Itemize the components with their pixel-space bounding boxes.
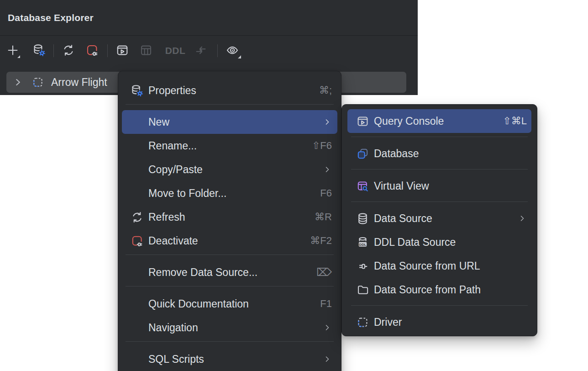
menu-item-shortcut: ⇧⌘L (503, 115, 527, 127)
dropdown-corner-icon (238, 55, 241, 58)
menu-item-label: Navigation (148, 322, 317, 334)
eye-icon (226, 43, 239, 58)
menu-item-shortcut: F1 (320, 298, 332, 310)
submenu-item-data-source[interactable]: Data Source (347, 207, 531, 230)
menu-item-label: Data Source (374, 212, 512, 225)
menu-item-label: Database (374, 148, 527, 160)
menu-item-navigation[interactable]: Navigation (122, 316, 337, 339)
menu-separator (126, 254, 334, 255)
virtual-view-icon (356, 180, 369, 193)
deactivate-icon (85, 43, 99, 58)
query-console-icon (356, 115, 369, 128)
open-table-button[interactable] (136, 41, 156, 60)
submenu-chevron-icon (518, 214, 527, 223)
menu-separator (351, 137, 528, 137)
refresh-icon (130, 211, 144, 224)
menu-item-sql-scripts[interactable]: SQL Scripts (122, 347, 337, 371)
compare-arrows-icon (194, 43, 208, 58)
refresh-button[interactable] (58, 41, 79, 60)
database-icon (356, 147, 369, 160)
data-source-properties-button[interactable] (29, 41, 49, 60)
ddl-label: DDL (165, 45, 186, 56)
driver-icon (356, 316, 369, 329)
table-icon (139, 43, 153, 58)
submenu-chevron-icon (323, 165, 332, 174)
database-settings-icon (130, 84, 144, 97)
ddl-data-source-icon: DDL (356, 236, 369, 249)
menu-item-shortcut: F6 (320, 187, 332, 199)
new-submenu: Query Console ⇧⌘L Database (341, 104, 537, 336)
panel-title: Database Explorer (8, 12, 94, 23)
deactivate-button[interactable] (82, 41, 102, 60)
submenu-item-driver[interactable]: Driver (347, 310, 531, 334)
expand-chevron-icon[interactable] (11, 76, 25, 88)
menu-item-label: Copy/Paste (148, 164, 317, 176)
dropdown-corner-icon (17, 55, 20, 58)
menu-separator (126, 286, 334, 286)
menu-item-label: Query Console (374, 115, 497, 127)
add-button[interactable] (3, 41, 23, 60)
toolbar: DDL (0, 36, 418, 66)
menu-item-shortcut: ⌘F2 (310, 235, 332, 247)
menu-separator (126, 341, 334, 342)
context-menu: Properties ⌘; New Rename... ⇧F6 Copy/Pas… (118, 71, 341, 371)
menu-separator (351, 201, 528, 202)
tree-item-label: Arrow Flight (51, 76, 107, 89)
view-options-button[interactable] (222, 41, 242, 60)
toolbar-separator (53, 44, 54, 57)
menu-item-label: Driver (374, 316, 527, 329)
menu-item-label: Virtual View (374, 180, 527, 192)
delete-icon: ⌦ (316, 266, 332, 279)
toolbar-separator (217, 44, 218, 57)
menu-item-new[interactable]: New (122, 110, 337, 134)
menu-item-quick-documentation[interactable]: Quick Documentation F1 (122, 292, 337, 316)
submenu-item-query-console[interactable]: Query Console ⇧⌘L (347, 109, 531, 133)
submenu-item-data-source-from-path[interactable]: Data Source from Path (347, 278, 531, 302)
menu-item-refresh[interactable]: Refresh ⌘R (122, 205, 337, 229)
plug-icon (356, 260, 369, 273)
menu-separator (351, 305, 528, 306)
generate-ddl-button[interactable]: DDL (163, 41, 187, 60)
menu-item-label: Properties (148, 85, 314, 97)
submenu-chevron-icon (323, 323, 332, 332)
menu-item-label: Remove Data Source... (148, 266, 311, 279)
panel-header: Database Explorer (0, 0, 418, 36)
menu-item-remove-data-source[interactable]: Remove Data Source... ⌦ (122, 260, 337, 284)
menu-item-label: Move to Folder... (148, 187, 315, 200)
menu-item-shortcut: ⌘R (315, 211, 332, 223)
menu-item-deactivate[interactable]: Deactivate ⌘F2 (122, 229, 337, 253)
submenu-item-ddl-data-source[interactable]: DDL DDL Data Source (347, 230, 531, 254)
menu-item-move-to-folder[interactable]: Move to Folder... F6 (122, 181, 337, 205)
query-console-icon (116, 43, 129, 58)
deactivate-icon (130, 234, 144, 248)
submenu-item-virtual-view[interactable]: Virtual View (347, 174, 531, 198)
menu-item-label: DDL Data Source (374, 236, 527, 249)
data-source-icon (356, 212, 369, 225)
menu-item-label: Data Source from Path (374, 284, 527, 296)
menu-item-shortcut: ⇧F6 (312, 140, 332, 152)
driver-icon (31, 76, 45, 89)
refresh-icon (62, 43, 75, 58)
screenshot-root: Database Explorer (0, 0, 588, 371)
submenu-item-data-source-from-url[interactable]: Data Source from URL (347, 254, 531, 278)
menu-item-shortcut: ⌘; (319, 85, 332, 96)
submenu-chevron-icon (323, 355, 332, 364)
submenu-item-database[interactable]: Database (347, 142, 531, 165)
query-console-button[interactable] (112, 41, 132, 60)
folder-icon (356, 283, 369, 297)
menu-item-copy-paste[interactable]: Copy/Paste (122, 158, 337, 181)
svg-text:DDL: DDL (359, 242, 366, 246)
toolbar-separator (107, 44, 108, 57)
compare-button[interactable] (191, 41, 211, 60)
menu-item-label: Rename... (148, 140, 306, 152)
menu-item-label: Quick Documentation (148, 298, 315, 310)
menu-item-properties[interactable]: Properties ⌘; (122, 79, 337, 102)
menu-item-label: Deactivate (148, 235, 304, 247)
menu-item-rename[interactable]: Rename... ⇧F6 (122, 134, 337, 158)
submenu-chevron-icon (323, 117, 332, 127)
menu-item-label: Refresh (148, 211, 309, 223)
menu-item-label: SQL Scripts (148, 353, 317, 366)
database-settings-icon (32, 43, 46, 58)
menu-separator (351, 169, 528, 170)
menu-item-label: Data Source from URL (374, 260, 527, 272)
